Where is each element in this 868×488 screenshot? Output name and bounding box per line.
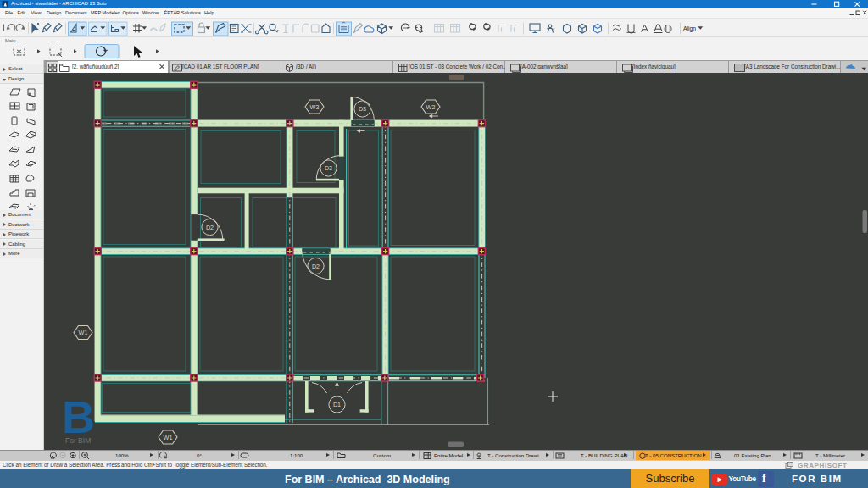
svg-text:W1: W1: [79, 329, 88, 336]
svg-text:W3: W3: [310, 103, 320, 111]
svg-text:W2: W2: [426, 103, 436, 111]
svg-text:B: B: [62, 391, 95, 442]
svg-text:D2: D2: [206, 224, 214, 231]
svg-text:Align: Align: [683, 25, 696, 32]
svg-text:D1: D1: [333, 401, 341, 408]
svg-text:W1: W1: [164, 434, 173, 441]
svg-text:D2: D2: [312, 263, 320, 270]
svg-text:D3: D3: [359, 105, 366, 113]
svg-text:For BIM: For BIM: [65, 436, 91, 445]
svg-text:D3: D3: [325, 164, 332, 172]
